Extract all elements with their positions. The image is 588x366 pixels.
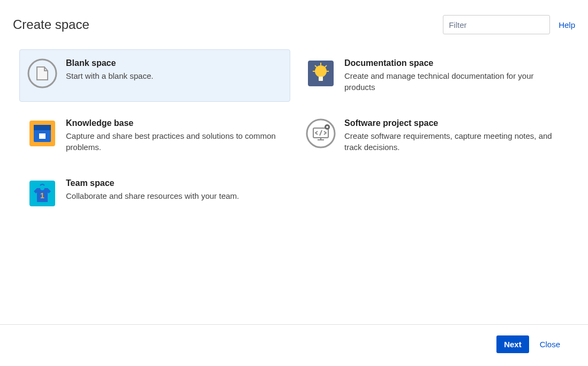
option-software-project-space[interactable]: Software project space Create software r… xyxy=(298,109,569,162)
option-title: Team space xyxy=(66,178,239,188)
option-title: Knowledge base xyxy=(66,118,282,128)
page-title: Create space xyxy=(13,17,89,32)
option-desc: Create and manage technical documentatio… xyxy=(344,70,561,93)
file-cabinet-icon xyxy=(27,118,57,148)
option-title: Blank space xyxy=(66,58,153,68)
code-monitor-icon xyxy=(306,118,336,148)
help-link[interactable]: Help xyxy=(559,20,575,29)
filter-input[interactable] xyxy=(443,15,550,34)
svg-rect-3 xyxy=(319,77,323,81)
svg-rect-12 xyxy=(39,133,46,139)
option-title: Documentation space xyxy=(344,58,561,68)
svg-text:1: 1 xyxy=(40,191,44,200)
option-title: Software project space xyxy=(344,118,561,128)
blank-page-icon xyxy=(27,58,57,88)
next-button[interactable]: Next xyxy=(496,335,529,353)
svg-point-16 xyxy=(326,126,328,128)
option-desc: Create software requirements, capture me… xyxy=(344,130,561,153)
option-documentation-space[interactable]: Documentation space Create and manage te… xyxy=(298,49,569,102)
option-knowledge-base[interactable]: Knowledge base Capture and share best pr… xyxy=(19,109,290,162)
option-desc: Capture and share best practices and sol… xyxy=(66,130,282,153)
option-blank-space[interactable]: Blank space Start with a blank space. xyxy=(19,49,290,102)
lightbulb-icon xyxy=(306,58,336,88)
option-desc: Start with a blank space. xyxy=(66,70,153,81)
svg-rect-11 xyxy=(34,125,51,130)
option-team-space[interactable]: 1 Team space Collaborate and share resou… xyxy=(19,169,290,218)
team-jersey-icon: 1 xyxy=(27,178,57,208)
option-desc: Collaborate and share resources with you… xyxy=(66,190,239,201)
close-button[interactable]: Close xyxy=(537,339,563,349)
